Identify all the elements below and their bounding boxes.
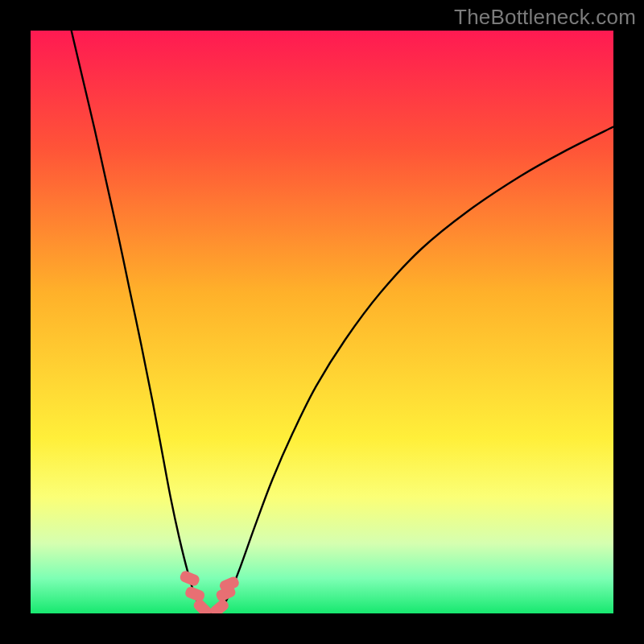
watermark-text: TheBottleneck.com xyxy=(454,5,636,30)
chart-frame: TheBottleneck.com xyxy=(0,0,644,644)
chart-svg xyxy=(31,31,613,613)
chart-plot-area xyxy=(31,31,613,613)
gradient-background xyxy=(31,31,613,613)
